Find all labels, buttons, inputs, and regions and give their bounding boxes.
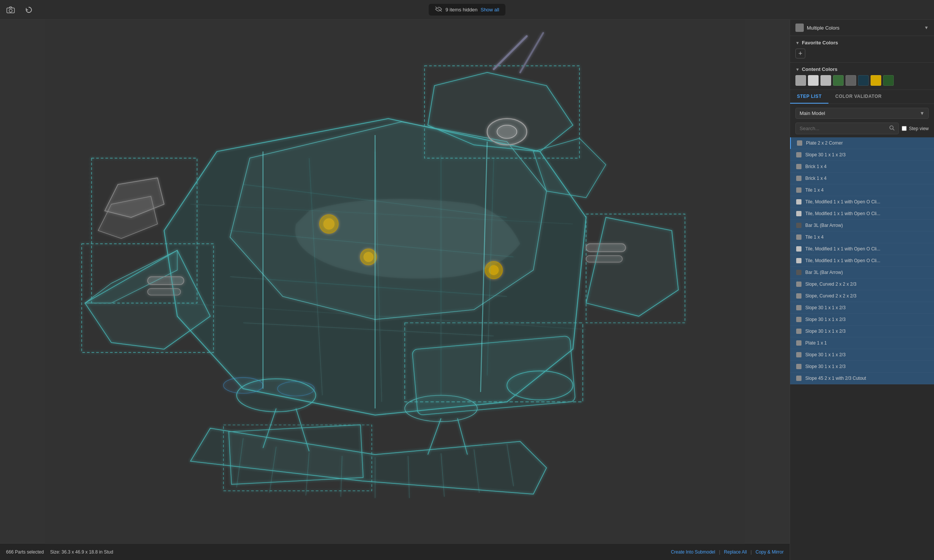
right-panel: Multiple Colors ▼ ▼ Favorite Colors + ▼ …	[790, 20, 934, 560]
svg-rect-59	[586, 244, 626, 252]
part-icon	[795, 316, 802, 323]
hidden-items-notice: 9 items hidden Show all	[429, 4, 505, 16]
model-selector[interactable]: Main Model ▼	[795, 108, 929, 119]
part-icon	[795, 351, 802, 358]
tab-step-list[interactable]: STEP LIST	[790, 90, 828, 104]
part-name: Slope 30 1 x 1 x 2/3	[805, 329, 846, 334]
part-icon	[795, 293, 802, 299]
show-all-button[interactable]: Show all	[481, 7, 499, 13]
color-swatch-gray-dark[interactable]	[846, 75, 856, 86]
part-name: Tile, Modified 1 x 1 with Open O Cli...	[805, 258, 880, 263]
part-list-item[interactable]: Brick 1 x 4	[790, 173, 934, 184]
favorite-colors-section: ▼ Favorite Colors +	[790, 36, 934, 63]
svg-point-35	[497, 125, 517, 138]
part-list-item[interactable]: Plate 2 x 2 Corner	[790, 137, 934, 149]
part-list-item[interactable]: Tile 1 x 4	[790, 184, 934, 196]
color-swatch-blue-dark[interactable]	[858, 75, 869, 86]
part-list-item[interactable]: Slope 30 1 x 1 x 2/3	[790, 326, 934, 337]
color-swatch-white-gray[interactable]	[808, 75, 819, 86]
part-list-item[interactable]: Slope 30 1 x 1 x 2/3	[790, 302, 934, 314]
part-list-item[interactable]: Slope 45 2 x 1 with 2/3 Cutout	[790, 373, 934, 384]
color-swatch-gray-light[interactable]	[795, 75, 806, 86]
part-name: Plate 2 x 2 Corner	[806, 140, 843, 146]
search-input[interactable]	[796, 123, 885, 134]
part-icon	[795, 328, 802, 335]
part-icon	[795, 269, 802, 276]
part-icon	[795, 210, 802, 217]
status-bar: 666 Parts selected Size: 36.3 x 46.9 x 1…	[0, 543, 790, 560]
search-button[interactable]	[885, 123, 898, 134]
part-list-item[interactable]: Tile, Modified 1 x 1 with Open O Cli...	[790, 196, 934, 208]
part-name: Tile, Modified 1 x 1 with Open O Cli...	[805, 246, 880, 252]
color-selector-row[interactable]: Multiple Colors ▼	[790, 20, 934, 36]
status-actions: Create Into Submodel | Replace All | Cop…	[671, 549, 784, 555]
part-icon	[795, 375, 802, 382]
content-colors-chevron-icon: ▼	[795, 67, 800, 72]
part-list-item[interactable]: Slope 30 1 x 1 x 2/3	[790, 349, 934, 361]
part-list-item[interactable]: Slope, Curved 2 x 2 x 2/3	[790, 278, 934, 290]
viewport[interactable]: 666 Parts selected Size: 36.3 x 46.9 x 1…	[0, 20, 790, 560]
part-name: Bar 3L (Bar Arrow)	[805, 223, 843, 228]
search-row	[795, 123, 899, 134]
part-icon	[795, 245, 802, 252]
color-swatch-green-mid[interactable]	[883, 75, 894, 86]
part-list-item[interactable]: Tile, Modified 1 x 1 with Open O Cli...	[790, 208, 934, 220]
content-colors-header: ▼ Content Colors	[795, 66, 929, 72]
step-view-label: Step view	[909, 126, 929, 131]
tab-color-validator[interactable]: COLOR VALIDATOR	[828, 90, 888, 104]
part-list-item[interactable]: Tile, Modified 1 x 1 with Open O Cli...	[790, 243, 934, 255]
svg-point-62	[278, 381, 314, 396]
tab-bar: STEP LISTCOLOR VALIDATOR	[790, 90, 934, 104]
part-icon	[795, 151, 802, 158]
svg-rect-58	[148, 289, 181, 295]
step-view-checkbox-label[interactable]: Step view	[902, 126, 929, 131]
step-view-checkbox[interactable]	[902, 126, 907, 131]
main-layout: 666 Parts selected Size: 36.3 x 46.9 x 1…	[0, 20, 934, 560]
part-list-item[interactable]: Bar 3L (Bar Arrow)	[790, 220, 934, 231]
color-swatch-main	[795, 24, 804, 32]
color-swatch-green-dark[interactable]	[833, 75, 844, 86]
part-list-item[interactable]: Tile, Modified 1 x 1 with Open O Cli...	[790, 255, 934, 267]
part-name: Tile 1 x 4	[805, 234, 824, 240]
replace-all-button[interactable]: Replace All	[724, 549, 747, 555]
svg-point-1	[9, 9, 12, 12]
top-bar: 9 items hidden Show all	[0, 0, 934, 20]
part-list[interactable]: Plate 2 x 2 CornerSlope 30 1 x 1 x 2/3Br…	[790, 137, 934, 560]
part-list-item[interactable]: Slope 30 1 x 1 x 2/3	[790, 149, 934, 161]
part-icon	[796, 140, 803, 146]
model-selector-arrow-icon: ▼	[920, 110, 925, 116]
part-list-item[interactable]: Bar 3L (Bar Arrow)	[790, 267, 934, 278]
part-list-item[interactable]: Slope 30 1 x 1 x 2/3	[790, 361, 934, 373]
favorite-colors-header: ▼ Favorite Colors	[795, 40, 929, 46]
camera-button[interactable]	[5, 4, 17, 16]
part-name: Slope 45 2 x 1 with 2/3 Cutout	[805, 376, 866, 381]
svg-rect-53	[229, 425, 363, 484]
copy-mirror-button[interactable]: Copy & Mirror	[756, 549, 784, 555]
color-swatch-gray-mid[interactable]	[820, 75, 831, 86]
color-swatch-yellow[interactable]	[871, 75, 881, 86]
add-favorite-color-button[interactable]: +	[795, 49, 805, 58]
reset-view-button[interactable]	[23, 4, 35, 16]
part-list-item[interactable]: Brick 1 x 4	[790, 161, 934, 173]
create-submodel-button[interactable]: Create Into Submodel	[671, 549, 715, 555]
svg-line-67	[893, 129, 894, 131]
status-info: 666 Parts selected Size: 36.3 x 46.9 x 1…	[6, 549, 113, 555]
part-name: Brick 1 x 4	[805, 164, 827, 169]
dropdown-arrow-icon: ▼	[924, 25, 929, 30]
part-list-item[interactable]: Slope, Curved 2 x 2 x 2/3	[790, 290, 934, 302]
part-list-item[interactable]: Tile 1 x 4	[790, 231, 934, 243]
part-name: Plate 1 x 1	[805, 340, 827, 346]
svg-rect-60	[586, 256, 623, 262]
content-colors-title: Content Colors	[802, 66, 838, 72]
part-list-item[interactable]: Plate 1 x 1	[790, 337, 934, 349]
part-icon	[795, 163, 802, 170]
part-name: Slope, Curved 2 x 2 x 2/3	[805, 282, 857, 287]
part-name: Tile, Modified 1 x 1 with Open O Cli...	[805, 199, 880, 204]
part-list-item[interactable]: Slope 30 1 x 1 x 2/3	[790, 314, 934, 326]
part-name: Slope 30 1 x 1 x 2/3	[805, 364, 846, 369]
hidden-count-label: 9 items hidden	[445, 7, 478, 13]
content-colors-section: ▼ Content Colors	[790, 63, 934, 90]
part-icon	[795, 234, 802, 241]
selection-count: 666 Parts selected Size: 36.3 x 46.9 x 1…	[6, 549, 113, 555]
svg-point-61	[223, 378, 263, 393]
